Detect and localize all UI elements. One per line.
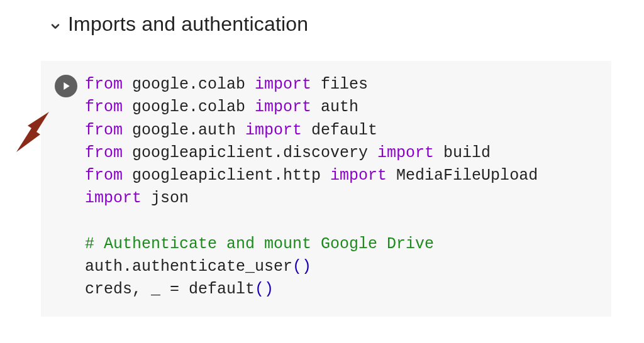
code-line: from google.auth import default [85, 119, 592, 142]
code-editor[interactable]: from google.colab import filesfrom googl… [85, 74, 592, 302]
section-title: Imports and authentication [68, 13, 308, 36]
svg-marker-0 [64, 82, 69, 90]
code-line: from google.colab import auth [85, 96, 592, 119]
code-line: creds, _ = default() [85, 278, 592, 301]
code-line: import json [85, 187, 592, 210]
chevron-down-icon [49, 20, 62, 33]
run-gutter [47, 74, 85, 302]
code-line: from google.colab import files [85, 74, 592, 96]
code-line [85, 210, 592, 233]
play-icon [62, 81, 72, 91]
section-header[interactable]: Imports and authentication [0, 0, 644, 36]
code-line: # Authenticate and mount Google Drive [85, 233, 592, 256]
run-cell-button[interactable] [55, 75, 77, 97]
code-line: auth.authenticate_user() [85, 256, 592, 278]
code-cell: from google.colab import filesfrom googl… [41, 61, 611, 317]
code-line: from googleapiclient.http import MediaFi… [85, 165, 592, 187]
code-line: from googleapiclient.discovery import bu… [85, 142, 592, 165]
